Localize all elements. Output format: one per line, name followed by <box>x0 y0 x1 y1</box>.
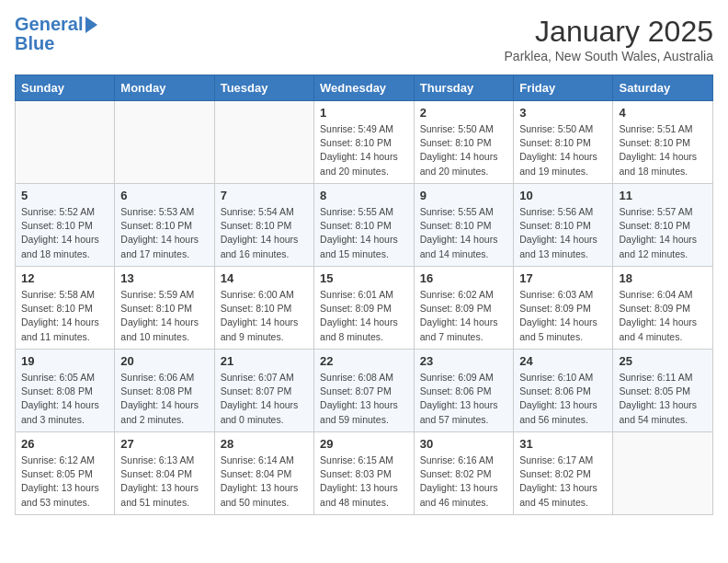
day-info: Sunrise: 6:13 AM Sunset: 8:04 PM Dayligh… <box>120 454 208 510</box>
month-title: January 2025 <box>505 15 713 49</box>
calendar-weekday-header: Thursday <box>414 75 513 101</box>
calendar-cell: 6Sunrise: 5:53 AM Sunset: 8:10 PM Daylig… <box>115 184 214 267</box>
calendar-cell: 13Sunrise: 5:59 AM Sunset: 8:10 PM Dayli… <box>115 267 214 350</box>
calendar-week-row: 1Sunrise: 5:49 AM Sunset: 8:10 PM Daylig… <box>16 101 713 184</box>
calendar-cell: 31Sunrise: 6:17 AM Sunset: 8:02 PM Dayli… <box>514 432 613 515</box>
calendar-cell: 10Sunrise: 5:56 AM Sunset: 8:10 PM Dayli… <box>514 184 613 267</box>
day-number: 18 <box>619 271 707 285</box>
day-info: Sunrise: 6:12 AM Sunset: 8:05 PM Dayligh… <box>21 454 108 510</box>
calendar-cell: 19Sunrise: 6:05 AM Sunset: 8:08 PM Dayli… <box>16 350 115 432</box>
logo: General Blue <box>15 15 97 52</box>
location: Parklea, New South Wales, Australia <box>505 49 713 63</box>
day-info: Sunrise: 6:00 AM Sunset: 8:10 PM Dayligh… <box>221 288 308 344</box>
calendar-cell: 5Sunrise: 5:52 AM Sunset: 8:10 PM Daylig… <box>16 184 115 267</box>
calendar-cell: 17Sunrise: 6:03 AM Sunset: 8:09 PM Dayli… <box>514 267 613 350</box>
calendar-table: SundayMondayTuesdayWednesdayThursdayFrid… <box>15 75 713 515</box>
calendar-cell: 4Sunrise: 5:51 AM Sunset: 8:10 PM Daylig… <box>613 101 713 184</box>
day-number: 14 <box>221 271 308 285</box>
day-number: 11 <box>619 189 707 202</box>
day-number: 12 <box>21 271 108 285</box>
day-number: 22 <box>320 354 408 368</box>
day-number: 28 <box>221 437 308 451</box>
day-info: Sunrise: 6:08 AM Sunset: 8:07 PM Dayligh… <box>320 371 408 427</box>
day-number: 25 <box>619 354 707 368</box>
day-number: 15 <box>320 271 408 285</box>
day-number: 4 <box>619 106 707 120</box>
day-info: Sunrise: 5:50 AM Sunset: 8:10 PM Dayligh… <box>519 122 607 178</box>
day-info: Sunrise: 6:05 AM Sunset: 8:08 PM Dayligh… <box>21 371 108 427</box>
calendar-weekday-header: Friday <box>514 75 613 101</box>
day-number: 9 <box>420 189 507 202</box>
calendar-cell <box>16 101 115 184</box>
calendar-cell: 26Sunrise: 6:12 AM Sunset: 8:05 PM Dayli… <box>16 432 115 515</box>
title-block: January 2025 Parklea, New South Wales, A… <box>505 15 713 63</box>
day-number: 16 <box>420 271 507 285</box>
calendar-cell: 30Sunrise: 6:16 AM Sunset: 8:02 PM Dayli… <box>414 432 513 515</box>
day-info: Sunrise: 6:03 AM Sunset: 8:09 PM Dayligh… <box>519 288 607 344</box>
day-info: Sunrise: 5:56 AM Sunset: 8:10 PM Dayligh… <box>519 205 607 261</box>
day-number: 20 <box>120 354 208 368</box>
day-info: Sunrise: 5:54 AM Sunset: 8:10 PM Dayligh… <box>221 205 308 261</box>
calendar-cell: 8Sunrise: 5:55 AM Sunset: 8:10 PM Daylig… <box>314 184 415 267</box>
day-number: 27 <box>120 437 208 451</box>
calendar-weekday-header: Saturday <box>613 75 713 101</box>
calendar-weekday-header: Monday <box>115 75 214 101</box>
calendar-cell: 9Sunrise: 5:55 AM Sunset: 8:10 PM Daylig… <box>414 184 513 267</box>
day-info: Sunrise: 6:11 AM Sunset: 8:05 PM Dayligh… <box>619 371 707 427</box>
day-info: Sunrise: 5:59 AM Sunset: 8:10 PM Dayligh… <box>120 288 208 344</box>
day-number: 23 <box>420 354 507 368</box>
calendar-cell: 14Sunrise: 6:00 AM Sunset: 8:10 PM Dayli… <box>214 267 313 350</box>
calendar-weekday-header: Wednesday <box>314 75 415 101</box>
day-info: Sunrise: 5:55 AM Sunset: 8:10 PM Dayligh… <box>420 205 507 261</box>
calendar-cell: 28Sunrise: 6:14 AM Sunset: 8:04 PM Dayli… <box>214 432 313 515</box>
calendar-cell: 1Sunrise: 5:49 AM Sunset: 8:10 PM Daylig… <box>314 101 415 184</box>
calendar-header-row: SundayMondayTuesdayWednesdayThursdayFrid… <box>16 75 713 101</box>
calendar-cell: 20Sunrise: 6:06 AM Sunset: 8:08 PM Dayli… <box>115 350 214 432</box>
day-info: Sunrise: 6:06 AM Sunset: 8:08 PM Dayligh… <box>120 371 208 427</box>
day-number: 7 <box>221 189 308 202</box>
day-info: Sunrise: 5:58 AM Sunset: 8:10 PM Dayligh… <box>21 288 108 344</box>
day-info: Sunrise: 5:49 AM Sunset: 8:10 PM Dayligh… <box>320 122 408 178</box>
day-number: 13 <box>120 271 208 285</box>
day-number: 30 <box>420 437 507 451</box>
calendar-week-row: 19Sunrise: 6:05 AM Sunset: 8:08 PM Dayli… <box>16 350 713 432</box>
day-info: Sunrise: 6:14 AM Sunset: 8:04 PM Dayligh… <box>221 454 308 510</box>
calendar-cell: 21Sunrise: 6:07 AM Sunset: 8:07 PM Dayli… <box>214 350 313 432</box>
page-header: General Blue January 2025 Parklea, New S… <box>15 15 713 63</box>
calendar-body: 1Sunrise: 5:49 AM Sunset: 8:10 PM Daylig… <box>16 101 713 515</box>
calendar-cell: 24Sunrise: 6:10 AM Sunset: 8:06 PM Dayli… <box>514 350 613 432</box>
day-number: 17 <box>519 271 607 285</box>
day-number: 21 <box>221 354 308 368</box>
day-info: Sunrise: 6:09 AM Sunset: 8:06 PM Dayligh… <box>420 371 507 427</box>
day-info: Sunrise: 6:17 AM Sunset: 8:02 PM Dayligh… <box>519 454 607 510</box>
calendar-cell: 15Sunrise: 6:01 AM Sunset: 8:09 PM Dayli… <box>314 267 415 350</box>
day-info: Sunrise: 5:52 AM Sunset: 8:10 PM Dayligh… <box>21 205 108 261</box>
calendar-cell: 23Sunrise: 6:09 AM Sunset: 8:06 PM Dayli… <box>414 350 513 432</box>
calendar-cell: 12Sunrise: 5:58 AM Sunset: 8:10 PM Dayli… <box>16 267 115 350</box>
calendar-cell: 29Sunrise: 6:15 AM Sunset: 8:03 PM Dayli… <box>314 432 415 515</box>
calendar-cell <box>613 432 713 515</box>
calendar-week-row: 5Sunrise: 5:52 AM Sunset: 8:10 PM Daylig… <box>16 184 713 267</box>
calendar-week-row: 26Sunrise: 6:12 AM Sunset: 8:05 PM Dayli… <box>16 432 713 515</box>
day-number: 19 <box>21 354 108 368</box>
day-info: Sunrise: 5:50 AM Sunset: 8:10 PM Dayligh… <box>420 122 507 178</box>
calendar-cell: 16Sunrise: 6:02 AM Sunset: 8:09 PM Dayli… <box>414 267 513 350</box>
day-info: Sunrise: 6:07 AM Sunset: 8:07 PM Dayligh… <box>221 371 308 427</box>
calendar-cell <box>115 101 214 184</box>
day-number: 1 <box>320 106 408 120</box>
day-number: 3 <box>519 106 607 120</box>
day-info: Sunrise: 5:51 AM Sunset: 8:10 PM Dayligh… <box>619 122 707 178</box>
calendar-cell: 22Sunrise: 6:08 AM Sunset: 8:07 PM Dayli… <box>314 350 415 432</box>
day-info: Sunrise: 6:04 AM Sunset: 8:09 PM Dayligh… <box>619 288 707 344</box>
logo-text-general: General <box>15 15 83 33</box>
calendar-cell: 27Sunrise: 6:13 AM Sunset: 8:04 PM Dayli… <box>115 432 214 515</box>
calendar-week-row: 12Sunrise: 5:58 AM Sunset: 8:10 PM Dayli… <box>16 267 713 350</box>
day-info: Sunrise: 6:10 AM Sunset: 8:06 PM Dayligh… <box>519 371 607 427</box>
logo-arrow-icon <box>85 17 97 33</box>
day-number: 8 <box>320 189 408 202</box>
calendar-cell: 7Sunrise: 5:54 AM Sunset: 8:10 PM Daylig… <box>214 184 313 267</box>
day-number: 2 <box>420 106 507 120</box>
day-number: 29 <box>320 437 408 451</box>
day-info: Sunrise: 6:01 AM Sunset: 8:09 PM Dayligh… <box>320 288 408 344</box>
logo-text-blue: Blue <box>15 34 97 52</box>
